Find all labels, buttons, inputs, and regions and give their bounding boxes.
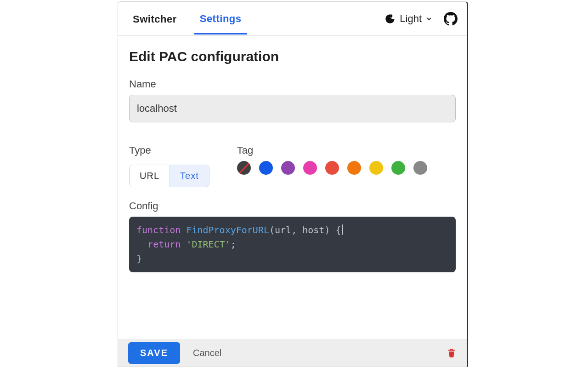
- name-label: Name: [129, 78, 456, 90]
- tab-switcher[interactable]: Switcher: [127, 3, 182, 34]
- topbar: Switcher Settings Light: [118, 2, 467, 36]
- tag-swatch-2[interactable]: [281, 161, 295, 175]
- tag-swatch-8[interactable]: [413, 161, 427, 175]
- tag-section: Tag: [237, 144, 427, 187]
- tag-swatch-5[interactable]: [347, 161, 361, 175]
- trash-icon[interactable]: [447, 347, 457, 358]
- chevron-down-icon: [425, 15, 433, 23]
- type-option-text[interactable]: Text: [170, 165, 209, 187]
- type-section: Type URL Text: [129, 144, 209, 187]
- github-icon[interactable]: [444, 12, 458, 26]
- cancel-button[interactable]: Cancel: [193, 348, 221, 358]
- tab-settings[interactable]: Settings: [194, 3, 247, 34]
- tag-swatch-6[interactable]: [369, 161, 383, 175]
- tag-swatches: [237, 161, 427, 175]
- tag-label: Tag: [237, 144, 427, 156]
- tag-swatch-7[interactable]: [391, 161, 405, 175]
- tag-swatch-3[interactable]: [303, 161, 317, 175]
- theme-selector[interactable]: Light: [384, 13, 433, 25]
- config-label: Config: [129, 200, 456, 212]
- app-window: Switcher Settings Light Edit PAC configu…: [118, 1, 468, 367]
- footer: SAVE Cancel: [118, 339, 467, 367]
- content: Edit PAC configuration Name Type URL Tex…: [118, 36, 467, 339]
- type-option-url[interactable]: URL: [130, 165, 170, 187]
- tag-swatch-0[interactable]: [237, 161, 251, 175]
- type-toggle: URL Text: [129, 165, 209, 187]
- code-editor[interactable]: function FindProxyForURL(url, host) { re…: [129, 217, 456, 272]
- config-section: Config function FindProxyForURL(url, hos…: [129, 200, 456, 272]
- tag-swatch-4[interactable]: [325, 161, 339, 175]
- save-button[interactable]: SAVE: [128, 342, 180, 364]
- name-section: Name: [129, 78, 456, 122]
- name-input[interactable]: [129, 95, 456, 122]
- type-label: Type: [129, 144, 209, 156]
- page-title: Edit PAC configuration: [129, 49, 456, 64]
- tag-swatch-1[interactable]: [259, 161, 273, 175]
- theme-label: Light: [400, 13, 422, 25]
- theme-icon: [384, 13, 396, 25]
